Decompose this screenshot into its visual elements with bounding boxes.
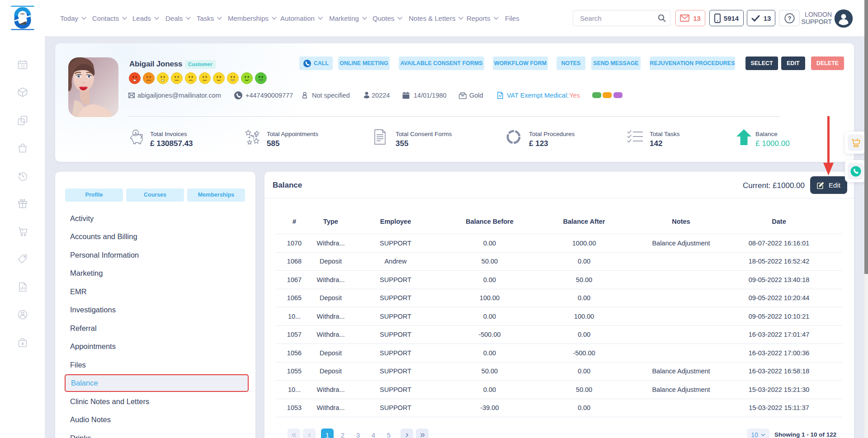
svg-text:12: 12 <box>20 64 25 68</box>
svg-text:?: ? <box>788 15 791 22</box>
